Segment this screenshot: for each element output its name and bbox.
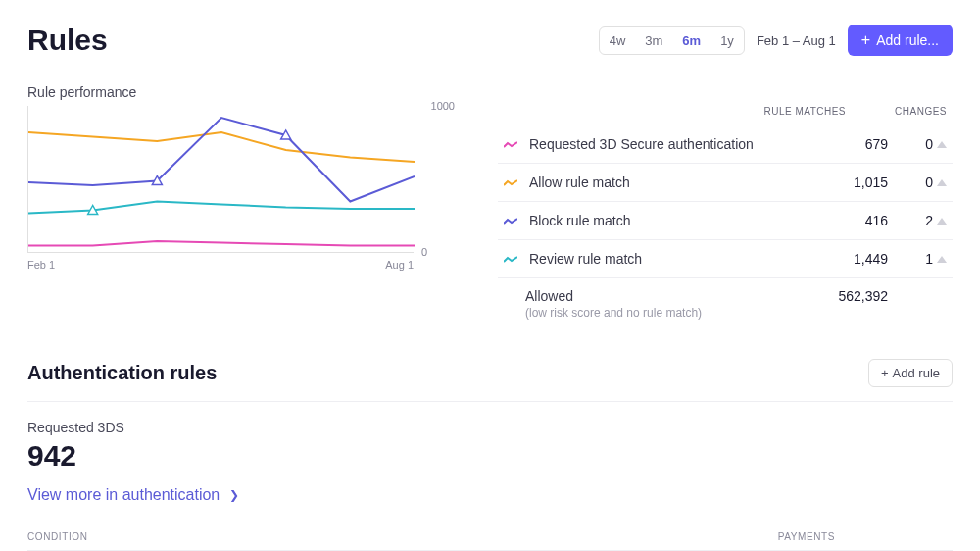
row-label: Allow rule match [529,175,800,190]
x-axis-start: Feb 1 [27,259,55,271]
row-delta: 0 [888,136,947,152]
caret-up-icon [937,256,947,263]
add-rule-label: Add rule... [876,32,939,48]
row-label: Requested 3D Secure authentication [529,136,800,152]
chevron-right-icon: ❯ [229,488,239,502]
row-label: Block rule match [529,213,800,228]
header-controls: 4w3m6m1y Feb 1 – Aug 1 + Add rule... [599,25,953,56]
y-axis-max: 1000 [431,100,455,112]
row-delta: 1 [888,251,947,267]
chart-series-line [28,241,415,246]
table-row[interactable]: Review rule match1,4491 [498,239,953,277]
add-rule-label-small: Add rule [893,366,940,380]
series-icon [504,212,519,229]
add-rule-button-small[interactable]: + Add rule [868,359,953,387]
table-row[interactable]: Block rule match4162 [498,201,953,239]
chart-series-line [28,118,415,202]
time-range-4w[interactable]: 4w [600,27,636,54]
row-value: 416 [800,213,888,228]
time-range-1y[interactable]: 1y [710,27,744,54]
chart-series-line [28,202,415,214]
caret-up-icon [937,141,947,148]
row-value: 1,015 [800,175,888,190]
series-icon [504,250,519,268]
auth-rules-title: Authentication rules [27,362,217,384]
plus-icon: + [861,32,870,48]
requested-3ds-label: Requested 3DS [27,420,953,435]
series-icon [504,174,519,191]
rule-performance-chart: 1000 0 [27,106,414,253]
time-range-picker: 4w3m6m1y [599,26,745,55]
x-axis-end: Aug 1 [385,259,414,271]
col-payments: PAYMENTS [778,531,835,542]
row-value: 679 [800,136,888,152]
series-icon [504,135,519,153]
plus-icon: + [881,366,889,380]
row-label: Review rule match [529,251,800,267]
view-more-link[interactable]: View more in authentication ❯ [27,486,953,504]
rule-performance-label: Rule performance [27,84,953,100]
date-range-label: Feb 1 – Aug 1 [757,33,836,48]
time-range-3m[interactable]: 3m [635,27,672,54]
page-title: Rules [27,24,108,57]
rule-matches-table: RULE MATCHES CHANGES Requested 3D Secure… [498,106,953,320]
row-delta: 0 [888,175,947,190]
table-row[interactable]: Requested 3D Secure authentication6790 [498,125,953,163]
add-rule-button[interactable]: + Add rule... [848,25,953,56]
allowed-value: 562,392 [800,288,888,320]
view-more-label: View more in authentication [27,486,220,504]
row-value: 1,449 [800,251,888,267]
requested-3ds-value: 942 [27,439,953,473]
row-delta: 2 [888,213,947,228]
y-axis-min: 0 [421,246,427,258]
caret-up-icon [937,218,947,225]
allowed-label: Allowed [525,288,800,304]
time-range-6m[interactable]: 6m [672,27,710,54]
table-row[interactable]: Allow rule match1,0150 [498,163,953,201]
col-condition: CONDITION [27,531,88,542]
allowed-row: Allowed (low risk score and no rule matc… [498,277,953,320]
chart-column: 1000 0 Feb 1 Aug 1 [27,106,439,320]
chart-series-line [28,132,415,162]
col-rule-matches: RULE MATCHES [763,106,846,117]
allowed-sublabel: (low risk score and no rule match) [525,306,800,320]
col-changes: CHANGES [895,106,947,117]
caret-up-icon [937,179,947,186]
